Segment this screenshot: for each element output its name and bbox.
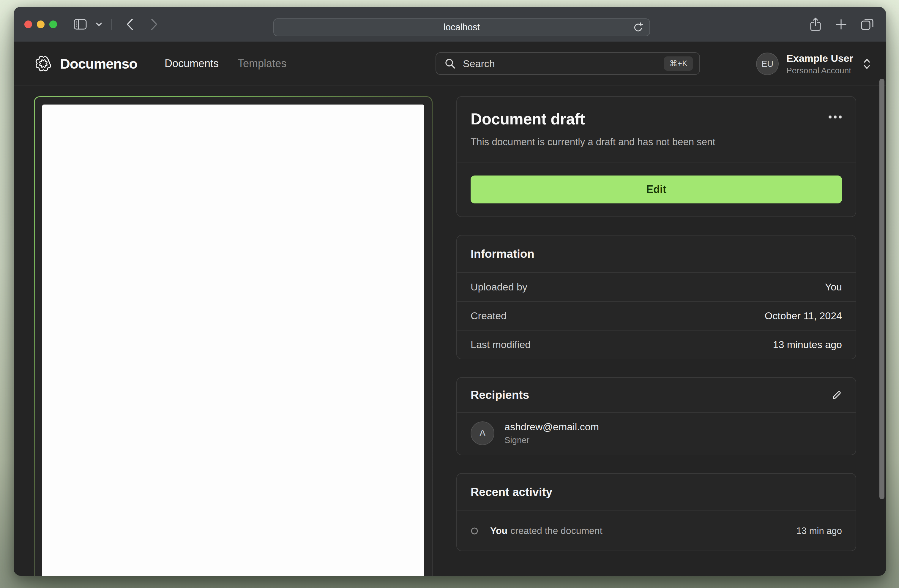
recent-activity-card: Recent activity Youcreated the document … [456, 473, 856, 551]
recipients-card: Recipients A ashdrew@email.com Signer [456, 377, 856, 455]
address-bar[interactable]: localhost [273, 19, 650, 36]
documenso-logo-icon [34, 54, 53, 73]
chevron-down-icon[interactable] [96, 22, 102, 26]
more-dots-icon[interactable] [828, 115, 842, 119]
information-title: Information [471, 247, 842, 261]
edit-button[interactable]: Edit [471, 176, 842, 204]
toolbar-separator [111, 19, 112, 30]
user-name: Example User [786, 52, 853, 64]
brand[interactable]: Documenso [34, 54, 137, 73]
draft-status-text: This document is currently a draft and h… [471, 136, 842, 148]
new-tab-icon[interactable] [835, 18, 847, 31]
document-draft-card: Document draft This document is currentl… [456, 96, 856, 217]
nav-documents[interactable]: Documents [165, 57, 219, 70]
close-window-button[interactable] [24, 20, 32, 28]
page-content: Document draft This document is currentl… [14, 86, 886, 576]
info-row-uploaded-by: Uploaded by You [457, 272, 856, 301]
pencil-icon[interactable] [831, 389, 843, 401]
sidebar-icon[interactable] [74, 19, 87, 30]
activity-action: created the document [510, 525, 602, 536]
vertical-scrollbar[interactable] [879, 79, 884, 499]
tabs-icon[interactable] [860, 18, 874, 31]
recent-activity-title: Recent activity [471, 486, 842, 498]
activity-time: 13 min ago [797, 526, 842, 536]
browser-window: localhost [14, 7, 886, 576]
back-icon[interactable] [126, 18, 134, 31]
recipients-title: Recipients [471, 389, 529, 401]
brand-name: Documenso [60, 56, 137, 72]
recipient-avatar: A [471, 421, 494, 445]
search-input[interactable]: Search ⌘+K [436, 52, 700, 75]
browser-toolbar: localhost [14, 7, 886, 42]
recipient-role: Signer [505, 435, 599, 445]
address-bar-url: localhost [443, 22, 480, 32]
forward-icon[interactable] [150, 18, 158, 31]
user-avatar: EU [756, 52, 779, 75]
share-icon[interactable] [809, 17, 822, 31]
document-sidebar: Document draft This document is currentl… [456, 96, 856, 569]
search-shortcut-badge: ⌘+K [664, 56, 693, 71]
recipient-email: ashdrew@email.com [505, 421, 599, 433]
document-page [42, 105, 424, 576]
activity-actor: You [490, 525, 507, 536]
reload-icon[interactable] [633, 22, 644, 34]
page-title: Document draft [471, 110, 585, 128]
user-account-type: Personal Account [786, 66, 853, 76]
search-icon [445, 58, 456, 69]
activity-row: Youcreated the document 13 min ago [457, 511, 856, 551]
traffic-lights [24, 20, 57, 28]
activity-circle-icon [471, 527, 478, 535]
information-card: Information Uploaded by You Created Octo… [456, 235, 856, 360]
recipient-row: A ashdrew@email.com Signer [457, 413, 856, 455]
document-preview-frame [34, 96, 433, 576]
chevrons-updown-icon [862, 58, 872, 70]
search-placeholder: Search [463, 58, 495, 69]
minimize-window-button[interactable] [37, 20, 45, 28]
account-menu[interactable]: EU Example User Personal Account [756, 42, 872, 86]
info-row-last-modified: Last modified 13 minutes ago [457, 330, 856, 359]
main-nav: Documents Templates [165, 57, 286, 70]
app-header: Documenso Documents Templates Search ⌘+K… [14, 42, 886, 86]
zoom-window-button[interactable] [49, 20, 57, 28]
info-row-created: Created October 11, 2024 [457, 301, 856, 330]
nav-templates[interactable]: Templates [238, 57, 286, 70]
